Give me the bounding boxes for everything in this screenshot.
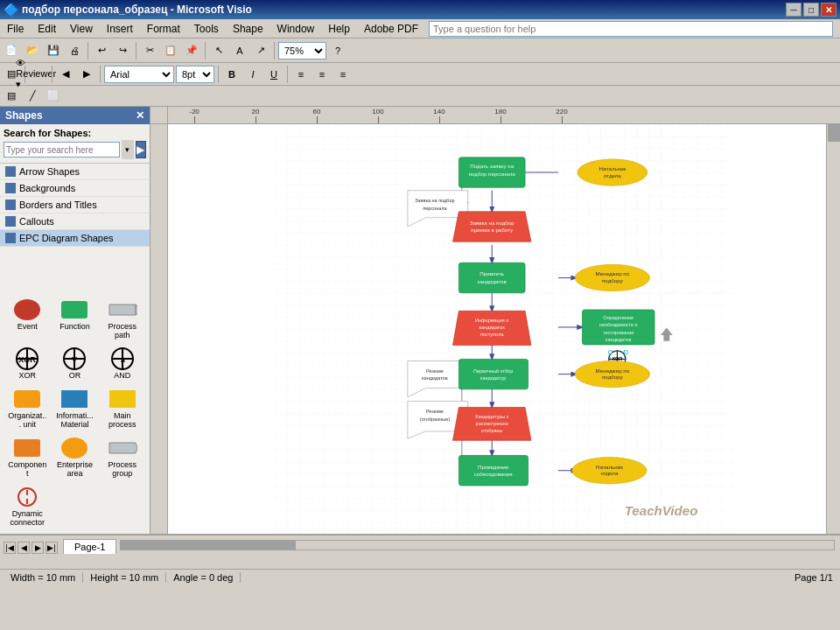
shape-process-path[interactable]: Process path (101, 296, 144, 341)
zoom-help-button[interactable]: ? (328, 41, 347, 60)
shapes-close-icon[interactable]: ✕ (136, 109, 144, 122)
ruler-tick (562, 116, 563, 123)
search-go-button[interactable]: ▶ (136, 141, 146, 158)
status-height: Height = 10 mm (83, 572, 166, 583)
menu-edit[interactable]: Edit (31, 21, 63, 37)
menu-window[interactable]: Window (270, 21, 322, 37)
italic-button[interactable]: I (243, 65, 262, 84)
and-visual: ∧ (107, 346, 138, 371)
shape-or[interactable]: V OR (52, 345, 96, 382)
shape-process-group[interactable]: Process group (101, 434, 144, 480)
font-size-select[interactable]: 8pt (176, 66, 214, 83)
pointer-button[interactable]: ↖ (209, 41, 228, 60)
svg-rect-19 (14, 439, 40, 457)
svg-text:Заявка на подбор: Заявка на подбор (470, 220, 515, 226)
category-backgrounds[interactable]: Backgrounds (0, 180, 150, 197)
shape-enterprise-area[interactable]: Enterprise area (52, 434, 96, 480)
svg-text:XOR: XOR (18, 355, 36, 364)
svg-text:кандидатов: кандидатов (478, 278, 508, 284)
svg-marker-2 (109, 304, 136, 315)
menu-help[interactable]: Help (321, 21, 357, 37)
underline-button[interactable]: U (264, 65, 284, 84)
svg-text:отдела: отдела (604, 172, 621, 178)
nav-left[interactable]: ◀ (56, 65, 75, 84)
info-label: Informati... Material (54, 411, 94, 429)
svg-rect-17 (61, 390, 88, 408)
horizontal-scrollbar[interactable] (120, 540, 835, 550)
paste-button[interactable]: 📌 (182, 41, 201, 60)
page-prev-btn[interactable]: ◀ (18, 542, 30, 554)
title-bar-controls[interactable]: ─ □ ✕ (786, 3, 836, 17)
svg-text:необходимости и: необходимости и (599, 322, 638, 327)
page-last-btn[interactable]: ▶| (46, 542, 58, 554)
zoom-select[interactable]: 75% 100% 150% (278, 42, 326, 60)
svg-rect-77 (609, 351, 612, 354)
redo-button[interactable]: ↪ (113, 41, 132, 60)
cut-button[interactable]: ✂ (140, 41, 159, 60)
category-label: Backgrounds (19, 183, 75, 193)
menu-view[interactable]: View (63, 21, 100, 37)
undo-button[interactable]: ↩ (92, 41, 111, 60)
category-arrow-shapes[interactable]: Arrow Shapes (0, 164, 150, 180)
shape-event[interactable]: Event (5, 296, 49, 341)
page-tab-1[interactable]: Page-1 (63, 539, 116, 554)
canvas-content[interactable]: Подать заявку на подбор персонала Началь… (168, 124, 840, 534)
window-title: подбор персонала_образец - Microsoft Vis… (22, 4, 252, 16)
category-callouts[interactable]: Callouts (0, 214, 150, 230)
category-borders-titles[interactable]: Borders and Titles (0, 197, 150, 214)
page-first-btn[interactable]: |◀ (4, 542, 16, 554)
bold-button[interactable]: B (222, 65, 242, 84)
menu-format[interactable]: Format (140, 21, 187, 37)
menu-shape[interactable]: Shape (226, 21, 270, 37)
process-path-label: Process path (102, 322, 143, 340)
shape-dynamic-connector[interactable]: Dynamic connector (5, 483, 49, 528)
bottom-area: |◀ ◀ ▶ ▶| Page-1 (0, 534, 840, 569)
nav-right[interactable]: ▶ (77, 65, 96, 84)
shapes-search-input[interactable] (4, 142, 120, 158)
svg-point-20 (61, 438, 88, 458)
minimize-button[interactable]: ─ (786, 3, 802, 17)
or-label: OR (69, 371, 81, 380)
align-left[interactable]: ≡ (291, 65, 311, 84)
category-label: Borders and Titles (19, 200, 97, 210)
page-nav[interactable]: |◀ ◀ ▶ ▶| (4, 542, 58, 554)
connect-button[interactable]: ↗ (251, 41, 270, 60)
shape-and[interactable]: ∧ AND (101, 345, 144, 382)
print-button[interactable]: 🖨 (65, 41, 84, 60)
ruler-left (150, 124, 168, 534)
shape-component[interactable]: Component (5, 434, 49, 480)
menu-tools[interactable]: Tools (187, 21, 226, 37)
shape-function[interactable]: Function (52, 296, 96, 341)
category-icon-bg (5, 183, 16, 193)
menu-file[interactable]: File (0, 21, 31, 37)
font-family-select[interactable]: Arial (104, 66, 174, 83)
page-tabs: |◀ ◀ ▶ ▶| Page-1 (0, 535, 840, 554)
copy-button[interactable]: 📋 (161, 41, 180, 60)
search-dropdown-icon[interactable]: ▾ (122, 140, 134, 159)
shape-main-process[interactable]: Main process (101, 385, 144, 430)
align-right[interactable]: ≡ (333, 65, 353, 84)
help-search-input[interactable] (429, 21, 833, 37)
svg-text:(отобранные): (отобранные) (420, 416, 451, 422)
connect-line-btn[interactable]: ╱ (23, 87, 42, 106)
shape-xor[interactable]: XOR XOR (5, 345, 49, 382)
text-button[interactable]: A (230, 41, 249, 60)
reviewer-button[interactable]: 👁 Reviewers ▾ (29, 65, 48, 84)
svg-text:Привлечь: Привлечь (480, 270, 504, 276)
category-epc[interactable]: EPC Diagram Shapes (0, 230, 150, 247)
shapes-panel-header: Shapes ✕ (0, 107, 150, 124)
shape-org-unit[interactable]: Organizat... unit (5, 385, 49, 430)
page-next-btn[interactable]: ▶ (32, 542, 44, 554)
stencil-btn[interactable]: ▤ (2, 87, 21, 106)
maximize-button[interactable]: □ (803, 3, 819, 17)
close-button[interactable]: ✕ (821, 3, 836, 17)
vertical-scrollbar[interactable] (826, 124, 840, 534)
menu-insert[interactable]: Insert (100, 21, 140, 37)
svg-rect-84 (458, 359, 528, 388)
sep-f5 (287, 66, 288, 83)
ruler-tick (317, 116, 318, 123)
menu-adobe-pdf[interactable]: Adobe PDF (357, 21, 425, 37)
shape-ops-btn[interactable]: ⬜ (44, 87, 63, 106)
align-center[interactable]: ≡ (312, 65, 332, 84)
shape-info-material[interactable]: Informati... Material (52, 385, 96, 430)
